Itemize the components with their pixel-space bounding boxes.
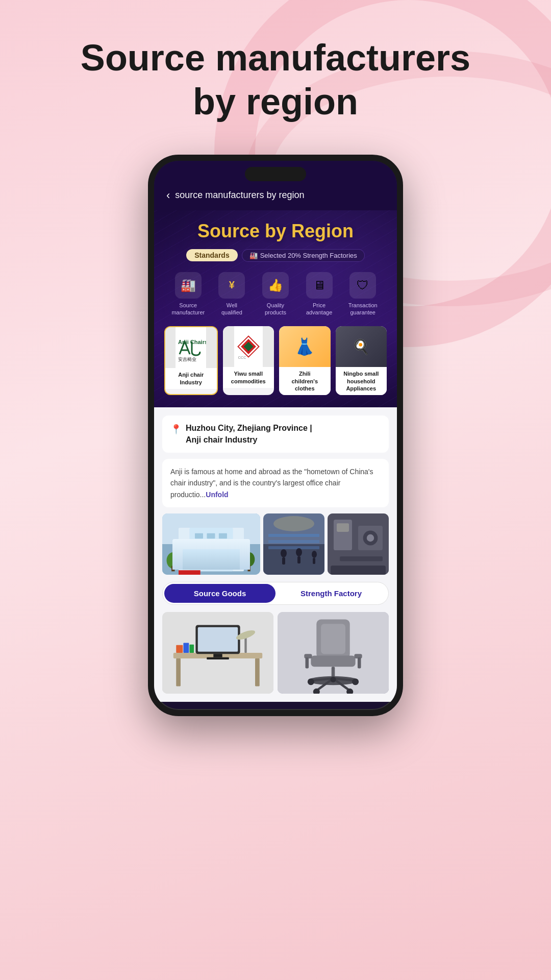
back-button[interactable]: ‹ <box>166 189 170 202</box>
svg-point-29 <box>281 549 287 557</box>
product-grid <box>162 612 389 694</box>
hero-title: Source by Region <box>164 220 387 242</box>
location-details: Huzhou City, Zhejiang Province | Anji ch… <box>186 423 312 446</box>
svg-point-20 <box>167 552 180 569</box>
photo-factory[interactable] <box>263 513 324 575</box>
product-item-chair[interactable] <box>278 612 389 694</box>
svg-text:安吉椅业: 安吉椅业 <box>178 357 196 362</box>
svg-point-33 <box>312 551 317 558</box>
svg-point-22 <box>244 552 255 567</box>
svg-rect-23 <box>247 565 250 572</box>
standards-badge[interactable]: Standards <box>186 249 237 261</box>
anji-card-image: Anji Chairs 安吉椅业 <box>165 327 217 368</box>
unfold-button[interactable]: Unfold <box>206 491 228 499</box>
region-card-zhili[interactable]: 👗 Zhilichildren'sclothes <box>279 326 331 395</box>
location-pin-icon: 📍 <box>170 424 182 435</box>
tab-strength-factory[interactable]: Strength Factory <box>276 584 387 603</box>
svg-rect-19 <box>179 570 201 575</box>
svg-rect-63 <box>306 657 309 669</box>
svg-rect-13 <box>195 533 203 539</box>
zhili-card-label: Zhilichildren'sclothes <box>279 367 331 395</box>
factories-label-text: Selected 20% Strength Factories <box>260 252 357 259</box>
yiwu-card-label: Yiwu smallcommodities <box>223 367 274 388</box>
phone-notch <box>245 167 306 181</box>
ningbo-card-image: 🍳 <box>336 326 387 367</box>
svg-rect-32 <box>297 556 300 564</box>
well-qualified-icon: ¥ <box>218 272 245 299</box>
feature-well-qualified[interactable]: ¥ Wellqualified <box>211 272 252 316</box>
svg-rect-60 <box>311 656 355 667</box>
region-card-ningbo[interactable]: 🍳 Ningbo smallhouseholdAppliances <box>336 326 387 395</box>
svg-rect-27 <box>268 540 319 543</box>
svg-rect-30 <box>282 557 285 565</box>
svg-rect-16 <box>195 543 203 549</box>
header-title: source manufacturers by region <box>175 190 304 201</box>
svg-rect-21 <box>171 566 174 572</box>
svg-rect-28 <box>268 546 319 549</box>
hero-section: Source by Region Standards 🏭 Selected 20… <box>154 210 397 407</box>
tab-source-goods[interactable]: Source Goods <box>164 584 276 603</box>
svg-rect-43 <box>331 566 386 575</box>
content-section: 📍 Huzhou City, Zhejiang Province | Anji … <box>154 407 397 702</box>
feature-transaction-guarantee-label: Transactionguarantee <box>348 302 378 316</box>
anji-card-label: Anji chairIndustry <box>165 368 217 389</box>
svg-rect-47 <box>255 658 260 687</box>
description-text: Anji is famous at home and abroad as the… <box>170 466 381 500</box>
chair-product-image <box>278 612 389 694</box>
feature-source-manufacturer[interactable]: 🏭 Sourcemanufacturer <box>168 272 209 316</box>
svg-rect-49 <box>198 627 238 652</box>
region-cards-row: Anji Chairs 安吉椅业 Anji chairIndustry <box>164 326 387 395</box>
photo-grid <box>162 513 389 575</box>
machinery-photo <box>328 513 389 575</box>
svg-rect-17 <box>207 543 215 549</box>
feature-price-advantage[interactable]: 🖥 Priceadvantage <box>299 272 340 316</box>
phone-wrapper: ‹ source manufacturers by region Source … <box>0 155 551 716</box>
tab-buttons: Source Goods Strength Factory <box>162 582 389 605</box>
product-item-desk[interactable] <box>162 612 273 694</box>
svg-rect-42 <box>340 556 383 561</box>
svg-point-41 <box>367 534 374 542</box>
page-main-title: Source manufacturers by region <box>0 0 551 144</box>
quality-products-icon: 👍 <box>262 272 289 299</box>
feature-source-manufacturer-label: Sourcemanufacturer <box>171 302 205 316</box>
feature-transaction-guarantee[interactable]: 🛡 Transactionguarantee <box>342 272 383 316</box>
svg-rect-34 <box>313 558 315 564</box>
source-manufacturer-icon: 🏭 <box>175 272 202 299</box>
feature-icons-row: 🏭 Sourcemanufacturer ¥ Wellqualified 👍 Q… <box>164 272 387 316</box>
svg-point-31 <box>296 548 302 556</box>
region-card-anji[interactable]: Anji Chairs 安吉椅业 Anji chairIndustry <box>164 326 218 395</box>
yiwu-card-image: CCC <box>223 326 274 367</box>
svg-rect-46 <box>176 658 181 687</box>
feature-price-advantage-label: Priceadvantage <box>306 302 332 316</box>
svg-rect-51 <box>207 657 229 659</box>
feature-well-qualified-label: Wellqualified <box>221 302 242 316</box>
svg-rect-14 <box>207 533 215 539</box>
transaction-guarantee-icon: 🛡 <box>349 272 376 299</box>
svg-rect-18 <box>219 543 227 549</box>
feature-quality-products[interactable]: 👍 Qualityproducts <box>255 272 296 316</box>
region-card-yiwu[interactable]: CCC Yiwu smallcommodities <box>223 326 274 395</box>
svg-rect-38 <box>337 523 349 532</box>
svg-point-35 <box>273 516 314 531</box>
photo-machinery[interactable] <box>328 513 389 575</box>
svg-point-72 <box>352 678 359 685</box>
feature-quality-products-label: Qualityproducts <box>265 302 286 316</box>
standards-bar: Standards 🏭 Selected 20% Strength Factor… <box>164 249 387 262</box>
svg-rect-26 <box>268 534 319 537</box>
factory-interior-photo <box>263 513 324 575</box>
svg-text:CCC: CCC <box>238 356 246 360</box>
svg-point-75 <box>331 677 336 682</box>
price-advantage-icon: 🖥 <box>306 272 333 299</box>
photo-building[interactable] <box>162 513 260 575</box>
description-card: Anji is famous at home and abroad as the… <box>162 459 389 507</box>
svg-rect-50 <box>213 654 222 657</box>
factory-icon: 🏭 <box>249 252 258 259</box>
ningbo-card-label: Ningbo smallhouseholdAppliances <box>336 367 387 395</box>
svg-rect-54 <box>176 645 183 653</box>
yiwu-logo: CCC <box>234 326 263 367</box>
building-photo <box>162 513 260 575</box>
desk-product-image <box>162 612 273 694</box>
svg-rect-55 <box>183 643 189 653</box>
svg-rect-15 <box>219 533 227 539</box>
location-city-text: Huzhou City, Zhejiang Province | Anji ch… <box>186 423 312 446</box>
